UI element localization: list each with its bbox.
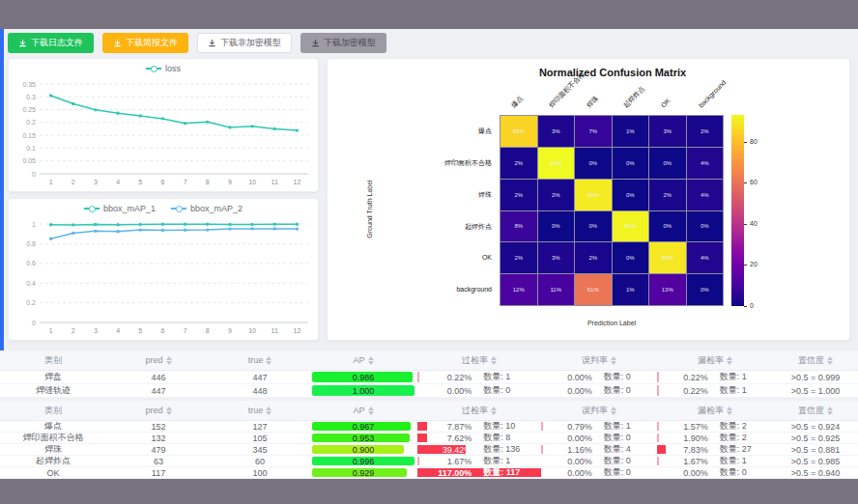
- cell-ap: 0.996: [309, 456, 417, 466]
- svg-text:0: 0: [32, 171, 36, 178]
- legend-item-bbox_mAP_2[interactable]: bbox_mAP_2: [171, 204, 243, 213]
- colorbar-tick: [744, 306, 747, 307]
- legend-ring: [89, 206, 96, 212]
- misjudge-percent: 0.00%: [541, 434, 592, 443]
- col-header-label: 过检率: [462, 405, 488, 417]
- col-header-AP[interactable]: AP: [309, 401, 417, 420]
- sort-down-icon: [368, 361, 374, 365]
- download-icon: [208, 39, 216, 47]
- svg-text:0.15: 0.15: [22, 132, 36, 139]
- svg-text:10: 10: [248, 179, 256, 185]
- sort-up-icon: [166, 356, 172, 360]
- matrix-row-label: 焊印面积不合格: [347, 158, 492, 168]
- svg-text:12: 12: [294, 327, 301, 334]
- matrix-col-label: 爆点: [509, 94, 526, 110]
- legend-item-bbox_mAP_1[interactable]: bbox_mAP_1: [84, 204, 156, 213]
- sort-icon[interactable]: [491, 356, 497, 365]
- sort-icon[interactable]: [368, 356, 374, 365]
- table-row: 焊盘4464470.9860.22%数量: 10.00%数量: 00.22%数量…: [0, 371, 858, 384]
- cell-true: 345: [211, 444, 309, 455]
- sort-down-icon: [611, 361, 616, 365]
- col-header-过检率[interactable]: 过检率: [417, 350, 541, 370]
- sort-up-icon: [491, 406, 497, 410]
- svg-text:2: 2: [72, 179, 75, 185]
- cell-overkill: 7.87%数量: 10: [417, 421, 541, 432]
- sort-icon[interactable]: [166, 406, 172, 415]
- col-header-误判率[interactable]: 误判率: [541, 350, 657, 370]
- cell-true: 127: [211, 421, 309, 432]
- sort-icon[interactable]: [827, 406, 833, 415]
- col-header-label: 误判率: [582, 405, 608, 417]
- table-row: 焊珠4793450.90039.42%数量: 1361.16%数量: 47.83…: [0, 444, 858, 456]
- col-header-置信度[interactable]: 置信度: [773, 401, 858, 420]
- svg-text:8: 8: [206, 327, 210, 334]
- cell-overkill: 117.00%数量: 117: [417, 467, 541, 478]
- download-plain-model-button[interactable]: 下载非加密模型: [197, 33, 292, 53]
- col-header-category: 类别: [0, 401, 106, 420]
- ap-value: 0.953: [309, 433, 417, 443]
- matrix-cell: 0%: [575, 148, 612, 179]
- col-header-漏检率[interactable]: 漏检率: [657, 401, 773, 420]
- sort-icon[interactable]: [491, 406, 497, 415]
- cell-misjudge: 0.00%数量: 0: [541, 456, 657, 466]
- misjudge-count: 数量: 0: [592, 433, 657, 443]
- overkill-percent: 7.62%: [417, 434, 472, 443]
- matrix-row-label: 焊珠: [347, 190, 492, 200]
- miss-percent: 0.22%: [657, 373, 708, 382]
- col-header-true[interactable]: true: [211, 401, 309, 420]
- col-header-置信度[interactable]: 置信度: [773, 350, 858, 370]
- download-icon: [113, 39, 122, 47]
- col-header-pred[interactable]: pred: [106, 350, 211, 370]
- cell-miss: 1.57%数量: 2: [657, 421, 773, 432]
- cell-true: 100: [211, 467, 309, 478]
- overkill-count: 数量: 1: [472, 371, 541, 383]
- matrix-cell: 0%: [613, 148, 649, 179]
- matrix-cell: 2%: [575, 242, 612, 273]
- sort-icon[interactable]: [368, 406, 374, 415]
- sort-icon[interactable]: [266, 356, 272, 365]
- misjudge-count: 数量: 0: [592, 384, 657, 397]
- chart-title: Normalized Confusion Matrix: [463, 67, 762, 78]
- svg-text:1: 1: [32, 221, 36, 228]
- cell-ap: 0.986: [309, 371, 417, 383]
- sort-icon[interactable]: [727, 406, 732, 415]
- sort-icon[interactable]: [611, 406, 616, 415]
- sort-icon[interactable]: [166, 356, 172, 365]
- matrix-cell: 89%: [649, 242, 686, 273]
- legend-ring: [151, 66, 157, 72]
- download-log-button[interactable]: 下载日志文件: [8, 33, 94, 53]
- table-header-row: 类别predtrueAP过检率误判率漏检率置信度: [0, 350, 858, 371]
- col-header-true[interactable]: true: [211, 350, 309, 370]
- matrix-cell: 90%: [575, 180, 612, 210]
- sort-up-icon: [368, 406, 374, 410]
- download-report-button[interactable]: 下载简报文件: [102, 33, 188, 53]
- matrix-cell: 3%: [538, 242, 575, 273]
- table-row: 起焊炸点63600.9961.67%数量: 10.00%数量: 01.67%数量…: [0, 456, 858, 467]
- cell-pred: 446: [106, 371, 211, 383]
- colorbar-tick: [744, 182, 747, 183]
- overkill-count: 数量: 117: [472, 467, 541, 478]
- sort-icon[interactable]: [611, 356, 616, 365]
- sort-icon[interactable]: [727, 356, 732, 365]
- matrix-cell: 2%: [687, 116, 724, 147]
- col-header-label: AP: [353, 406, 364, 415]
- legend-item-loss[interactable]: loss: [146, 64, 181, 73]
- loss-chart-card: loss00.050.10.150.20.250.30.351234567891…: [8, 58, 319, 192]
- col-header-label: true: [248, 406, 264, 415]
- svg-text:2: 2: [72, 327, 75, 334]
- col-header-label: pred: [145, 355, 162, 365]
- col-header-误判率[interactable]: 误判率: [541, 401, 657, 420]
- sort-down-icon: [491, 361, 497, 365]
- col-header-漏检率[interactable]: 漏检率: [657, 350, 773, 370]
- sort-icon[interactable]: [266, 406, 272, 415]
- table-row: 爆点1521270.9677.87%数量: 100.79%数量: 11.57%数…: [0, 421, 858, 433]
- col-header-过检率[interactable]: 过检率: [417, 401, 541, 420]
- col-header-label: 置信度: [798, 405, 824, 417]
- sort-icon[interactable]: [827, 356, 833, 365]
- chart-legend: bbox_mAP_1bbox_mAP_2: [9, 199, 318, 218]
- miss-percent: 0.22%: [657, 386, 708, 396]
- download-encrypted-model-button[interactable]: 下载加密模型: [300, 33, 386, 53]
- col-header-pred[interactable]: pred: [106, 401, 211, 420]
- matrix-cell: 1%: [613, 274, 649, 305]
- col-header-AP[interactable]: AP: [309, 350, 417, 370]
